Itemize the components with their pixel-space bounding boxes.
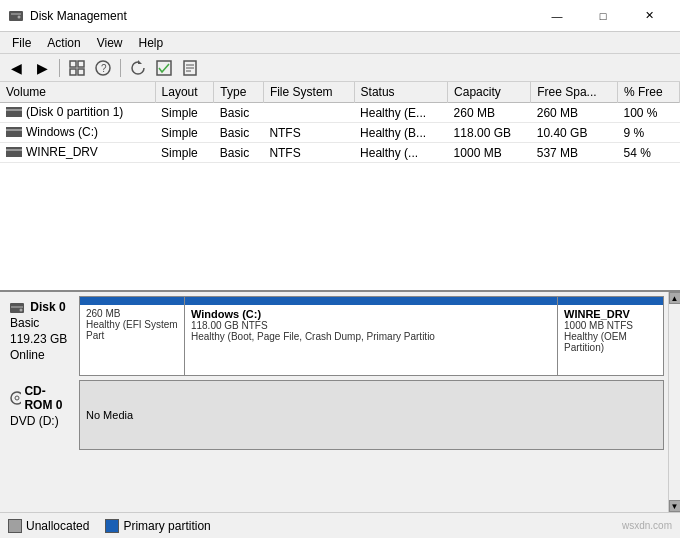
watermark: wsxdn.com — [622, 520, 672, 531]
partition-name-2: WINRE_DRV — [564, 308, 657, 320]
disk-icon — [6, 107, 22, 117]
col-fs[interactable]: File System — [263, 82, 354, 103]
cdrom-area: No Media — [79, 380, 664, 450]
disk-icon — [6, 147, 22, 157]
col-layout[interactable]: Layout — [155, 82, 214, 103]
partition-detail2-1: Healthy (Boot, Page File, Crash Dump, Pr… — [191, 331, 551, 342]
cell-type: Basic — [214, 143, 264, 163]
cdrom-name: CD-ROM 0 — [24, 384, 73, 412]
menu-action[interactable]: Action — [39, 34, 88, 52]
svg-rect-4 — [78, 61, 84, 67]
cdrom-label: CD-ROM 0 DVD (D:) — [4, 380, 79, 450]
title-bar: Disk Management — □ ✕ — [0, 0, 680, 32]
properties-icon — [182, 60, 198, 76]
col-free[interactable]: Free Spa... — [531, 82, 618, 103]
window-title: Disk Management — [30, 9, 127, 23]
cdrom-icon — [10, 391, 21, 405]
cell-volume: Windows (C:) — [0, 123, 155, 143]
menu-help[interactable]: Help — [131, 34, 172, 52]
cell-fs — [263, 103, 354, 123]
col-type[interactable]: Type — [214, 82, 264, 103]
menu-bar: File Action View Help — [0, 32, 680, 54]
minimize-button[interactable]: — — [534, 0, 580, 32]
disk-0-partitions: 260 MB Healthy (EFI System Part Windows … — [79, 296, 664, 376]
cell-status: Healthy (... — [354, 143, 448, 163]
cell-type: Basic — [214, 103, 264, 123]
help-icon: ? — [95, 60, 111, 76]
back-button[interactable]: ◀ — [4, 57, 28, 79]
help-button[interactable]: ? — [91, 57, 115, 79]
legend-primary: Primary partition — [105, 519, 210, 533]
legend-unallocated-label: Unallocated — [26, 519, 89, 533]
title-bar-left: Disk Management — [8, 8, 127, 24]
forward-button[interactable]: ▶ — [30, 57, 54, 79]
hdd-icon — [10, 303, 24, 313]
menu-view[interactable]: View — [89, 34, 131, 52]
app-icon — [8, 8, 24, 24]
scroll-up-btn[interactable]: ▲ — [669, 292, 681, 304]
cell-status: Healthy (E... — [354, 103, 448, 123]
svg-rect-3 — [70, 61, 76, 67]
svg-point-2 — [18, 15, 21, 18]
partition-header-2 — [558, 297, 663, 305]
cdrom-type: DVD (D:) — [10, 414, 73, 428]
svg-rect-6 — [78, 69, 84, 75]
svg-rect-16 — [11, 306, 23, 308]
cell-status: Healthy (B... — [354, 123, 448, 143]
partition-detail2-2: Healthy (OEM Partition) — [564, 331, 657, 353]
svg-point-19 — [15, 396, 19, 400]
col-status[interactable]: Status — [354, 82, 448, 103]
cell-volume: WINRE_DRV — [0, 143, 155, 163]
partition-detail1-2: 1000 MB NTFS — [564, 320, 657, 331]
cell-pct: 54 % — [617, 143, 679, 163]
cell-free: 537 MB — [531, 143, 618, 163]
col-volume[interactable]: Volume — [0, 82, 155, 103]
check-icon — [156, 60, 172, 76]
legend: Unallocated Primary partition wsxdn.com — [0, 512, 680, 538]
cell-layout: Simple — [155, 123, 214, 143]
disk-row-0: Disk 0 Basic 119.23 GB Online 260 MB Hea… — [4, 296, 664, 376]
svg-point-17 — [20, 308, 23, 311]
partition-detail1-0: 260 MB — [86, 308, 178, 319]
cell-free: 260 MB — [531, 103, 618, 123]
cell-pct: 9 % — [617, 123, 679, 143]
toolbar-sep-2 — [120, 59, 121, 77]
legend-box-unallocated — [8, 519, 22, 533]
partition-detail2-0: Healthy (EFI System Part — [86, 319, 178, 341]
cell-capacity: 1000 MB — [448, 143, 531, 163]
toolbar: ◀ ▶ ? — [0, 54, 680, 82]
cell-pct: 100 % — [617, 103, 679, 123]
disk-0-name: Disk 0 — [10, 300, 73, 314]
cell-fs: NTFS — [263, 143, 354, 163]
scroll-down-btn[interactable]: ▼ — [669, 500, 681, 512]
table-row[interactable]: (Disk 0 partition 1)SimpleBasicHealthy (… — [0, 103, 680, 123]
partition-detail1-1: 118.00 GB NTFS — [191, 320, 551, 331]
legend-box-primary — [105, 519, 119, 533]
toolbar-btn-3[interactable] — [65, 57, 89, 79]
toolbar-btn-7[interactable] — [178, 57, 202, 79]
refresh-icon — [130, 60, 146, 76]
volume-table: Volume Layout Type File System Status Ca… — [0, 82, 680, 163]
table-row[interactable]: Windows (C:)SimpleBasicNTFSHealthy (B...… — [0, 123, 680, 143]
cell-free: 10.40 GB — [531, 123, 618, 143]
legend-primary-label: Primary partition — [123, 519, 210, 533]
svg-rect-0 — [9, 11, 23, 21]
close-button[interactable]: ✕ — [626, 0, 672, 32]
toolbar-btn-5[interactable] — [126, 57, 150, 79]
table-area: Volume Layout Type File System Status Ca… — [0, 82, 680, 292]
partition-2[interactable]: WINRE_DRV 1000 MB NTFS Healthy (OEM Part… — [558, 297, 663, 375]
partition-0[interactable]: 260 MB Healthy (EFI System Part — [80, 297, 185, 375]
partition-1[interactable]: Windows (C:) 118.00 GB NTFS Healthy (Boo… — [185, 297, 558, 375]
col-capacity[interactable]: Capacity — [448, 82, 531, 103]
cell-capacity: 260 MB — [448, 103, 531, 123]
col-pct[interactable]: % Free — [617, 82, 679, 103]
scrollbar[interactable]: ▲ ▼ — [668, 292, 680, 512]
table-row[interactable]: WINRE_DRVSimpleBasicNTFSHealthy (...1000… — [0, 143, 680, 163]
table-header-row: Volume Layout Type File System Status Ca… — [0, 82, 680, 103]
partition-header-1 — [185, 297, 557, 305]
menu-file[interactable]: File — [4, 34, 39, 52]
partition-header-0 — [80, 297, 184, 305]
toolbar-btn-6[interactable] — [152, 57, 176, 79]
maximize-button[interactable]: □ — [580, 0, 626, 32]
cell-fs: NTFS — [263, 123, 354, 143]
